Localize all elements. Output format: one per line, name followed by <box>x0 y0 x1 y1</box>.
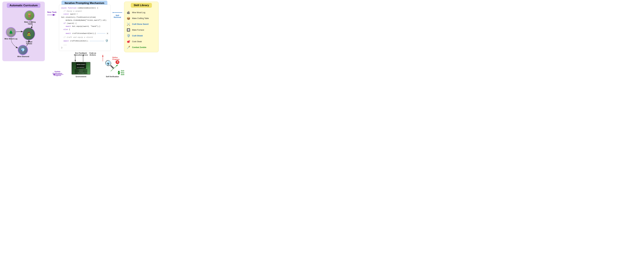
skill-icon-shield: 🛡️ <box>126 33 131 38</box>
skill-name-stone-sword: Craft Stone Sword <box>132 23 148 25</box>
code-line-6: await bot.equip(sword, "hand");} <box>61 25 108 28</box>
skill-name-steak: Cook Steak <box>132 40 142 43</box>
cross-icon: ✕ <box>116 60 119 64</box>
skill-retrieval-label: Skill Retrieval <box>112 14 122 18</box>
label-combat-zombie: CombatZombie <box>23 41 36 45</box>
skill-item-stone-sword: ⚔️ Craft Stone Sword <box>126 22 156 26</box>
curriculum-panel: Automatic Curriculum <box>2 1 45 61</box>
label-mine-wood: Mine Wood Log <box>4 38 18 40</box>
question-mark: ? <box>107 62 109 67</box>
skill-item-shield: 🛡️ Craft Shield <box>126 33 156 38</box>
minecraft-env: MINECRAFTJAVA EDITION Singleplayer Multi… <box>72 62 90 75</box>
update-area: UpdateExplorationProgress <box>53 71 62 76</box>
skill-item-zombie: 🗡️ Combat Zombie <box>126 45 156 50</box>
refine-label: Refine Program <box>112 56 122 60</box>
skill-icon-furnace: 🔲 <box>126 28 131 32</box>
curriculum-title: Automatic Curriculum <box>10 4 38 7</box>
code-line-8-row: await craftStoneSword(bot);} ⚔️ <box>61 31 108 36</box>
skill-library-panel: Skill Library 🪨 Mine Wood Log 📦 Make Cra… <box>124 1 159 52</box>
skill-icon-zombie: 🗡️ <box>126 45 131 50</box>
skill-item-mine-wood: 🪨 Mine Wood Log <box>126 10 156 15</box>
add-skill-label: Add New Skill <box>121 70 126 75</box>
code-actions-label: Code asActions <box>86 52 100 56</box>
code-line-12: } <box>61 46 108 49</box>
label-crafting-table: Make Crafting Table <box>23 21 37 25</box>
new-task-area: New Task <box>46 5 58 16</box>
update-label: UpdateExplorationProgress <box>53 71 62 76</box>
minecraft-menu-multiplayer: Multiplayer <box>75 71 87 72</box>
code-line-10-row: await craftSheild(bot); 🛡️ <box>61 39 108 43</box>
new-task-arrow <box>47 13 56 16</box>
code-line-8: await craftStoneSword(bot);} <box>61 32 96 35</box>
skill-item-crafting-table: 📦 Make Crafting Table <box>126 16 156 21</box>
node-mine-wood: 🌲 <box>6 27 16 37</box>
label-mine-diamond: Mine Diamond <box>16 56 30 57</box>
add-skill-area: ✓ Add New Skill <box>118 70 126 75</box>
node-combat-zombie: 🧟 <box>22 28 35 40</box>
check-icon: ✓ <box>118 71 120 75</box>
environment-label: Environment <box>74 76 88 78</box>
skill-name-furnace: Make Furnace <box>132 29 144 31</box>
code-line-3: const sword = bot.inventory.findInventor… <box>61 12 108 19</box>
code-line-11: ... <box>61 43 108 46</box>
prompting-panel: Iterative Prompting Mechanism New Task <box>46 1 122 81</box>
code-line-7: else { <box>61 28 108 31</box>
code-box: async function combatZombie(bot) { // Eq… <box>59 5 111 51</box>
skill-icon-steak: 🥩 <box>126 39 131 44</box>
new-task-label: New Task <box>47 11 56 13</box>
code-line-5: if (sword) { <box>61 22 108 25</box>
skill-retrieval-arrow <box>113 11 122 14</box>
code-line-1: async function combatZombie(bot) { <box>61 6 108 9</box>
code-line-10: await craftSheild(bot); <box>61 39 88 42</box>
skill-icon-crafting-table: 📦 <box>126 16 131 21</box>
curriculum-diagram: 🪵 Make Crafting Table 🧟 CombatZombie 🌲 M… <box>4 9 43 59</box>
node-crafting-table: 🪵 <box>24 10 34 20</box>
flow-section: Env FeedbackExecution Errors Code asActi… <box>46 52 122 81</box>
minecraft-menu-singleplayer: Singleplayer <box>75 69 87 71</box>
skill-library-title: Skill Library <box>134 4 149 7</box>
skill-icon-mine-wood: 🪨 <box>126 10 131 15</box>
node-mine-diamond: 💎 <box>18 45 28 55</box>
skill-name-mine-wood: Mine Wood Log <box>132 11 145 14</box>
code-line-4: mcData.itemsByName["stone_sword"].id); <box>61 19 108 22</box>
skill-item-furnace: 🔲 Make Furnace <box>126 28 156 32</box>
skill-retrieval-area: Skill Retrieval <box>112 5 122 18</box>
minecraft-menu-realms: Minecraft Realms <box>75 72 87 74</box>
skill-icon-stone-sword: ⚔️ <box>126 22 131 26</box>
refine-area: Refine Program ✕ <box>112 56 122 64</box>
skill-name-crafting-table: Make Crafting Table <box>132 17 149 19</box>
code-line-9: // Craft and equip a shield <box>61 36 108 39</box>
main-container: Automatic Curriculum <box>0 0 161 82</box>
skill-name-shield: Craft Shield <box>132 35 142 37</box>
skill-name-zombie: Combat Zombie <box>132 46 146 48</box>
self-verification-label: Self-Verification <box>104 76 121 78</box>
minecraft-title: MINECRAFTJAVA EDITION <box>76 64 85 68</box>
skill-item-steak: 🥩 Cook Steak <box>126 39 156 44</box>
code-line-2: // Equip a weapon <box>61 9 108 13</box>
